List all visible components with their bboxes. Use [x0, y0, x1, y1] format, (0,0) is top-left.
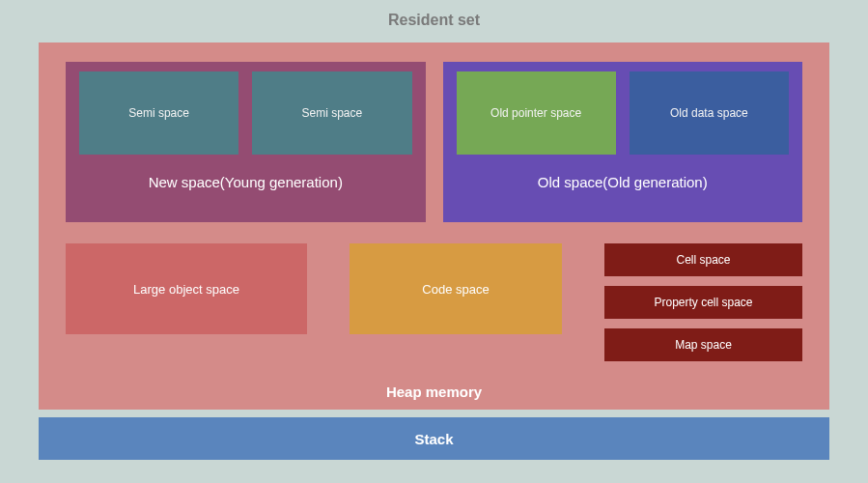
- semi-space-box-2: Semi space: [252, 71, 411, 155]
- small-spaces-column: Cell space Property cell space Map space: [604, 243, 802, 361]
- old-space-inner-row: Old pointer space Old data space: [457, 71, 790, 155]
- resident-set-title: Resident set: [39, 12, 829, 29]
- code-space-box: Code space: [350, 243, 562, 334]
- old-space-title: Old space(Old generation): [457, 174, 790, 190]
- heap-memory-label: Heap memory: [39, 384, 829, 400]
- stack-box: Stack: [39, 417, 829, 460]
- new-space-inner-row: Semi space Semi space: [79, 71, 412, 155]
- heap-other-row: Large object space Code space Cell space…: [66, 243, 802, 379]
- heap-memory-container: Semi space Semi space New space(Young ge…: [39, 43, 829, 410]
- property-cell-space-box: Property cell space: [604, 286, 802, 319]
- new-space-title: New space(Young generation): [79, 174, 412, 190]
- semi-space-box-1: Semi space: [79, 71, 238, 155]
- old-pointer-space-box: Old pointer space: [457, 71, 616, 155]
- cell-space-box: Cell space: [604, 243, 802, 276]
- resident-set-container: Resident set Semi space Semi space New s…: [0, 0, 868, 483]
- large-object-space-box: Large object space: [66, 243, 307, 334]
- old-space-container: Old pointer space Old data space Old spa…: [443, 62, 803, 222]
- new-space-container: Semi space Semi space New space(Young ge…: [66, 62, 426, 222]
- old-data-space-box: Old data space: [630, 71, 789, 155]
- map-space-box: Map space: [604, 328, 802, 361]
- heap-generation-row: Semi space Semi space New space(Young ge…: [66, 62, 802, 222]
